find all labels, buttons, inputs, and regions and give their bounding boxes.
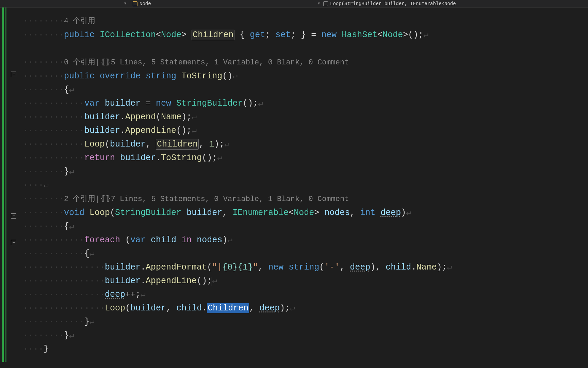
navigation-breadcrumb-bar: ▼ Node ▼ Loop(StringBuilder builder, IEn…	[0, 0, 588, 7]
chevron-down-icon: ▼	[124, 2, 126, 5]
highlight-children-ref: Children	[156, 139, 199, 150]
fold-toggle-foreach[interactable]: −	[11, 240, 16, 245]
code-editor[interactable]: ········4 个引用 ········public ICollection…	[23, 7, 588, 368]
nav-member-dropdown[interactable]: Loop(StringBuilder builder, IEnumerable<…	[320, 1, 588, 6]
private-method-icon	[323, 1, 328, 6]
fold-toggle-loop[interactable]: −	[11, 213, 16, 219]
codelens-children[interactable]: 4 个引用	[64, 17, 95, 26]
selection-children: Children	[207, 303, 249, 313]
nav-scope-dropdown[interactable]: ▼	[0, 2, 129, 5]
change-indicator-margin	[0, 7, 10, 368]
highlight-children-decl: Children	[192, 30, 234, 40]
fold-toggle-tostring[interactable]: −	[11, 72, 16, 77]
nav-class-dropdown[interactable]: Node ▼	[129, 1, 320, 6]
editor-container: − − − ········4 个引用 ········public IColl…	[0, 7, 588, 368]
class-icon	[133, 1, 137, 6]
added-lines-marker	[2, 7, 4, 362]
added-lines-marker	[5, 7, 6, 362]
nav-class-label: Node	[140, 1, 151, 6]
fold-gutter: − − −	[10, 7, 23, 368]
codelens-tostring[interactable]: 0 个引用|⦃⦄5 Lines, 5 Statements, 1 Variabl…	[64, 58, 349, 67]
nav-member-label: Loop(StringBuilder builder, IEnumerable<…	[330, 1, 456, 6]
code-content[interactable]: ········4 个引用 ········public ICollection…	[23, 14, 588, 356]
codelens-loop[interactable]: 2 个引用|⦃⦄7 Lines, 5 Statements, 0 Variabl…	[64, 195, 349, 203]
